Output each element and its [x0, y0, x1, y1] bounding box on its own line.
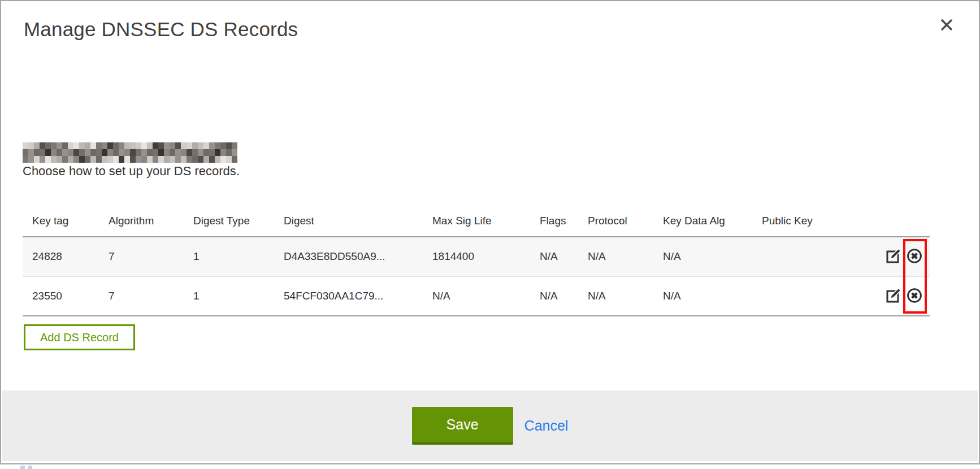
table-row: 2482871D4A33E8DD550A9...1814400N/AN/AN/A: [23, 237, 930, 276]
column-header-digest: Digest: [274, 207, 423, 237]
close-button[interactable]: [938, 17, 955, 34]
cell-digest: D4A33E8DD550A9...: [274, 237, 423, 276]
table-header-row: Key tagAlgorithmDigest TypeDigestMax Sig…: [23, 207, 930, 237]
edit-icon: [886, 287, 902, 305]
cell-flags: N/A: [530, 276, 578, 316]
cancel-link[interactable]: Cancel: [524, 418, 569, 434]
column-header-flags: Flags: [530, 207, 578, 237]
cell-flags: N/A: [530, 237, 578, 276]
background-page-fragment: [20, 466, 25, 469]
column-header-algorithm: Algorithm: [99, 207, 184, 237]
cell-key-data-alg: N/A: [653, 276, 752, 316]
column-header-digest-type: Digest Type: [184, 207, 274, 237]
column-header-actions: [873, 207, 930, 237]
cell-digest-type: 1: [184, 276, 274, 316]
dialog-footer: Save Cancel: [2, 390, 978, 461]
delete-record-button[interactable]: [906, 248, 923, 265]
edit-record-button[interactable]: [885, 248, 902, 265]
cell-protocol: N/A: [578, 237, 653, 276]
cell-algorithm: 7: [99, 276, 184, 316]
cell-key-tag: 23550: [23, 276, 99, 316]
page-title: Manage DNSSEC DS Records: [24, 18, 298, 41]
column-header-protocol: Protocol: [578, 207, 653, 237]
ds-records-table: Key tagAlgorithmDigest TypeDigestMax Sig…: [23, 207, 930, 316]
delete-record-button[interactable]: [906, 288, 923, 305]
cell-actions: [873, 237, 930, 276]
instruction-text: Choose how to set up your DS records.: [23, 164, 240, 179]
circle-x-icon: [906, 287, 923, 306]
manage-dnssec-dialog: Manage DNSSEC DS Records Choose how to s…: [0, 0, 980, 464]
column-header-public-key: Public Key: [752, 207, 873, 237]
edit-icon: [886, 247, 902, 266]
cell-max-sig-life: N/A: [423, 276, 530, 316]
cell-public-key: [752, 276, 873, 316]
cell-algorithm: 7: [99, 237, 184, 276]
column-header-key-tag: Key tag: [23, 207, 99, 237]
redacted-domain: [23, 142, 237, 163]
circle-x-icon: [906, 247, 923, 266]
table-row: 235507154FCF030AA1C79...N/AN/AN/AN/A: [23, 276, 930, 316]
cell-max-sig-life: 1814400: [423, 237, 530, 276]
background-page-fragment: [28, 466, 32, 469]
cell-digest: 54FCF030AA1C79...: [274, 276, 423, 316]
edit-record-button[interactable]: [885, 288, 902, 305]
save-button[interactable]: Save: [412, 407, 513, 445]
add-ds-record-button[interactable]: Add DS Record: [24, 324, 135, 350]
cell-key-data-alg: N/A: [653, 237, 752, 276]
cell-public-key: [752, 237, 873, 276]
column-header-key-data-alg: Key Data Alg: [653, 207, 752, 237]
cell-key-tag: 24828: [23, 237, 99, 276]
column-header-max-sig-life: Max Sig Life: [423, 207, 530, 237]
cell-protocol: N/A: [578, 276, 653, 316]
cell-actions: [873, 276, 930, 316]
cell-digest-type: 1: [184, 237, 274, 276]
close-icon: [939, 25, 954, 34]
